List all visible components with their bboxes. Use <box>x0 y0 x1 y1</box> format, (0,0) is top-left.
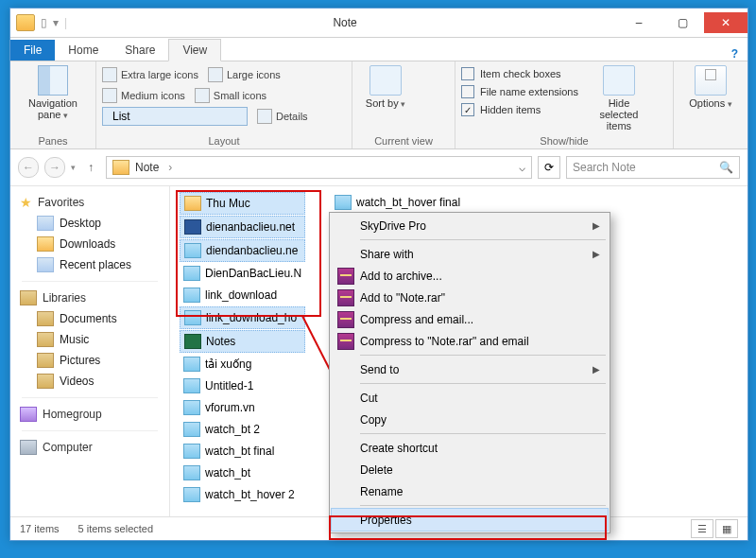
tree-music[interactable]: Music <box>10 329 169 350</box>
qat-button[interactable]: ▯ <box>41 16 47 29</box>
star-icon: ★ <box>20 195 32 210</box>
list-item[interactable]: Thu Muc <box>180 192 305 215</box>
menu-cut[interactable]: Cut <box>332 387 608 409</box>
status-selected-count: 5 items selected <box>78 523 153 534</box>
search-input[interactable]: Search Note 🔍 <box>566 156 740 179</box>
group-label: Layout <box>102 133 346 147</box>
folder-icon <box>112 160 129 175</box>
winrar-icon <box>337 289 354 306</box>
view-small-icons[interactable]: Small icons <box>195 86 266 105</box>
list-item[interactable]: link_download_ho <box>180 306 305 329</box>
tree-homegroup[interactable]: Homegroup <box>10 404 169 425</box>
menu-skydrive-pro[interactable]: SkyDrive Pro▶ <box>332 215 608 236</box>
tree-downloads[interactable]: Downloads <box>10 234 169 254</box>
close-button[interactable]: ✕ <box>704 12 747 33</box>
menu-create-shortcut[interactable]: Create shortcut <box>332 437 608 459</box>
help-button[interactable]: ? <box>722 47 747 61</box>
tree-favorites[interactable]: ★Favorites <box>10 192 169 213</box>
tree-videos[interactable]: Videos <box>10 371 169 392</box>
address-bar[interactable]: Note ⌵ <box>106 156 532 179</box>
options-button[interactable]: Options <box>683 65 738 109</box>
list-item[interactable]: watch_bt final <box>180 441 305 462</box>
menu-delete[interactable]: Delete <box>332 459 608 480</box>
window-title: Note <box>73 16 617 29</box>
list-item[interactable]: Untitled-1 <box>180 375 305 396</box>
menu-add-note-rar[interactable]: Add to "Note.rar" <box>332 287 608 308</box>
computer-icon <box>20 440 37 455</box>
folder-icon <box>16 14 35 31</box>
back-button[interactable]: ← <box>18 157 39 178</box>
navigation-pane: ★Favorites Desktop Downloads Recent plac… <box>10 186 170 516</box>
maximize-button[interactable]: ▢ <box>661 12 704 33</box>
menu-compress-email[interactable]: Compress and email... <box>332 308 608 330</box>
homegroup-icon <box>20 407 37 422</box>
up-button[interactable]: ↑ <box>81 158 100 177</box>
menu-add-archive[interactable]: Add to archive... <box>332 265 608 287</box>
hide-icon <box>603 65 635 96</box>
tree-libraries[interactable]: Libraries <box>10 288 169 308</box>
search-icon: 🔍 <box>719 161 733 174</box>
tab-share[interactable]: Share <box>112 40 168 61</box>
group-label: Panes <box>16 133 90 147</box>
list-item[interactable]: dienanbaclieu.net <box>180 216 305 238</box>
list-item[interactable]: DienDanBacLieu.N <box>180 263 305 284</box>
winrar-icon <box>337 333 354 350</box>
view-list[interactable]: List <box>102 107 248 126</box>
tree-desktop[interactable]: Desktop <box>10 213 169 234</box>
view-medium-icons[interactable]: Medium icons <box>102 86 185 105</box>
breadcrumb[interactable]: Note <box>135 161 159 174</box>
libraries-icon <box>20 290 37 305</box>
list-item[interactable]: tải xuống <box>180 354 305 375</box>
menu-rename[interactable]: Rename <box>332 480 608 502</box>
tree-recent[interactable]: Recent places <box>10 254 169 275</box>
quick-access-toolbar: ▯ ▾ | <box>10 14 73 31</box>
view-details-toggle[interactable]: ☰ <box>691 519 713 538</box>
list-item[interactable]: watch_bt_hover 2 <box>180 484 305 505</box>
view-extra-large-icons[interactable]: Extra large icons <box>102 65 198 84</box>
list-item[interactable]: watch_bt_hover final <box>331 192 464 213</box>
view-thumbnails-toggle[interactable]: ▦ <box>715 519 738 538</box>
menu-compress-rar-email[interactable]: Compress to "Note.rar" and email <box>332 330 608 352</box>
list-item[interactable]: watch_bt 2 <box>180 419 305 440</box>
tree-computer[interactable]: Computer <box>10 437 169 458</box>
navigation-pane-button[interactable]: Navigation pane <box>26 65 80 120</box>
ribbon-tabs: File Home Share View ? <box>10 38 747 61</box>
list-item[interactable]: diendanbaclieu.ne <box>180 239 305 262</box>
address-dropdown[interactable]: ⌵ <box>519 161 525 174</box>
minimize-button[interactable]: – <box>617 12 661 33</box>
navigation-row: ← → ▾ ↑ Note ⌵ ⟳ Search Note 🔍 <box>10 149 747 186</box>
forward-button[interactable]: → <box>44 157 65 178</box>
winrar-icon <box>337 268 354 285</box>
list-item[interactable]: Notes <box>180 330 305 353</box>
titlebar: ▯ ▾ | Note – ▢ ✕ <box>10 9 747 38</box>
status-item-count: 17 items <box>20 523 60 534</box>
menu-send-to[interactable]: Send to▶ <box>332 358 608 380</box>
menu-properties[interactable]: Properties <box>332 509 608 531</box>
ribbon: Navigation pane Panes Extra large icons … <box>10 61 747 149</box>
qat-button[interactable]: ▾ <box>53 16 59 29</box>
checkbox-item-checkboxes[interactable]: Item check boxes <box>461 67 578 80</box>
view-details[interactable]: Details <box>257 107 308 126</box>
options-icon <box>695 65 727 96</box>
list-item[interactable]: watch_bt <box>180 462 305 483</box>
view-large-icons[interactable]: Large icons <box>208 65 281 84</box>
winrar-icon <box>337 311 354 328</box>
tree-pictures[interactable]: Pictures <box>10 350 169 371</box>
group-label: Show/hide <box>461 133 667 147</box>
menu-share-with[interactable]: Share with▶ <box>332 243 608 265</box>
tab-file[interactable]: File <box>10 40 55 61</box>
group-label: Current view <box>358 133 449 147</box>
tree-documents[interactable]: Documents <box>10 308 169 329</box>
checkbox-file-extensions[interactable]: File name extensions <box>461 85 578 98</box>
tab-home[interactable]: Home <box>55 40 112 61</box>
tab-view[interactable]: View <box>168 39 221 61</box>
pane-icon <box>38 65 68 96</box>
hide-selected-items-button[interactable]: Hide selected items <box>592 65 646 131</box>
refresh-button[interactable]: ⟳ <box>538 156 560 179</box>
sort-by-button[interactable]: Sort by <box>358 65 413 109</box>
menu-copy[interactable]: Copy <box>332 409 608 430</box>
list-item[interactable]: vforum.vn <box>180 397 305 418</box>
list-item[interactable]: link_download <box>180 285 305 305</box>
sort-icon <box>369 65 402 96</box>
checkbox-hidden-items[interactable]: Hidden items <box>461 103 578 116</box>
